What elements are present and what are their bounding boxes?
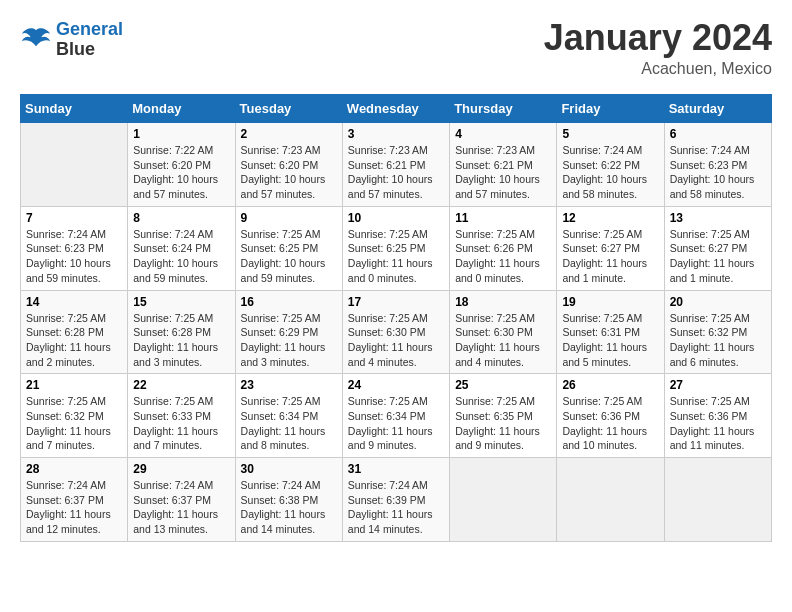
day-cell: 17Sunrise: 7:25 AM Sunset: 6:30 PM Dayli… [342,290,449,374]
week-row-3: 14Sunrise: 7:25 AM Sunset: 6:28 PM Dayli… [21,290,772,374]
header-cell-thursday: Thursday [450,95,557,123]
day-detail: Sunrise: 7:25 AM Sunset: 6:34 PM Dayligh… [241,394,337,453]
day-detail: Sunrise: 7:24 AM Sunset: 6:22 PM Dayligh… [562,143,658,202]
day-cell: 8Sunrise: 7:24 AM Sunset: 6:24 PM Daylig… [128,206,235,290]
logo: GeneralBlue [20,20,123,60]
day-detail: Sunrise: 7:23 AM Sunset: 6:21 PM Dayligh… [348,143,444,202]
day-number: 27 [670,378,766,392]
day-cell: 31Sunrise: 7:24 AM Sunset: 6:39 PM Dayli… [342,458,449,542]
day-cell [21,123,128,207]
month-title: January 2024 [544,20,772,56]
day-number: 8 [133,211,229,225]
day-detail: Sunrise: 7:24 AM Sunset: 6:23 PM Dayligh… [670,143,766,202]
day-number: 10 [348,211,444,225]
day-cell: 23Sunrise: 7:25 AM Sunset: 6:34 PM Dayli… [235,374,342,458]
day-cell: 9Sunrise: 7:25 AM Sunset: 6:25 PM Daylig… [235,206,342,290]
day-cell: 1Sunrise: 7:22 AM Sunset: 6:20 PM Daylig… [128,123,235,207]
header-cell-saturday: Saturday [664,95,771,123]
day-number: 11 [455,211,551,225]
day-detail: Sunrise: 7:23 AM Sunset: 6:20 PM Dayligh… [241,143,337,202]
title-area: January 2024 Acachuen, Mexico [544,20,772,78]
page-header: GeneralBlue January 2024 Acachuen, Mexic… [20,20,772,78]
day-cell: 29Sunrise: 7:24 AM Sunset: 6:37 PM Dayli… [128,458,235,542]
day-number: 16 [241,295,337,309]
day-cell [557,458,664,542]
day-number: 25 [455,378,551,392]
day-cell [450,458,557,542]
day-cell: 16Sunrise: 7:25 AM Sunset: 6:29 PM Dayli… [235,290,342,374]
day-detail: Sunrise: 7:24 AM Sunset: 6:37 PM Dayligh… [26,478,122,537]
day-cell: 12Sunrise: 7:25 AM Sunset: 6:27 PM Dayli… [557,206,664,290]
day-number: 13 [670,211,766,225]
day-number: 23 [241,378,337,392]
day-number: 12 [562,211,658,225]
day-detail: Sunrise: 7:25 AM Sunset: 6:27 PM Dayligh… [670,227,766,286]
header-cell-sunday: Sunday [21,95,128,123]
day-cell: 28Sunrise: 7:24 AM Sunset: 6:37 PM Dayli… [21,458,128,542]
day-cell: 24Sunrise: 7:25 AM Sunset: 6:34 PM Dayli… [342,374,449,458]
day-detail: Sunrise: 7:24 AM Sunset: 6:37 PM Dayligh… [133,478,229,537]
day-number: 7 [26,211,122,225]
week-row-2: 7Sunrise: 7:24 AM Sunset: 6:23 PM Daylig… [21,206,772,290]
header-cell-monday: Monday [128,95,235,123]
day-cell: 21Sunrise: 7:25 AM Sunset: 6:32 PM Dayli… [21,374,128,458]
day-number: 6 [670,127,766,141]
day-detail: Sunrise: 7:24 AM Sunset: 6:38 PM Dayligh… [241,478,337,537]
day-number: 31 [348,462,444,476]
day-number: 5 [562,127,658,141]
day-detail: Sunrise: 7:25 AM Sunset: 6:36 PM Dayligh… [562,394,658,453]
day-number: 22 [133,378,229,392]
day-cell: 10Sunrise: 7:25 AM Sunset: 6:25 PM Dayli… [342,206,449,290]
day-detail: Sunrise: 7:25 AM Sunset: 6:27 PM Dayligh… [562,227,658,286]
week-row-4: 21Sunrise: 7:25 AM Sunset: 6:32 PM Dayli… [21,374,772,458]
day-cell: 11Sunrise: 7:25 AM Sunset: 6:26 PM Dayli… [450,206,557,290]
day-cell: 15Sunrise: 7:25 AM Sunset: 6:28 PM Dayli… [128,290,235,374]
day-cell: 30Sunrise: 7:24 AM Sunset: 6:38 PM Dayli… [235,458,342,542]
day-number: 9 [241,211,337,225]
day-cell: 3Sunrise: 7:23 AM Sunset: 6:21 PM Daylig… [342,123,449,207]
calendar-table: SundayMondayTuesdayWednesdayThursdayFrid… [20,94,772,542]
day-cell: 27Sunrise: 7:25 AM Sunset: 6:36 PM Dayli… [664,374,771,458]
day-detail: Sunrise: 7:25 AM Sunset: 6:30 PM Dayligh… [455,311,551,370]
day-cell: 25Sunrise: 7:25 AM Sunset: 6:35 PM Dayli… [450,374,557,458]
day-detail: Sunrise: 7:22 AM Sunset: 6:20 PM Dayligh… [133,143,229,202]
location: Acachuen, Mexico [544,60,772,78]
day-number: 26 [562,378,658,392]
day-number: 29 [133,462,229,476]
day-number: 14 [26,295,122,309]
day-detail: Sunrise: 7:25 AM Sunset: 6:25 PM Dayligh… [241,227,337,286]
day-cell: 18Sunrise: 7:25 AM Sunset: 6:30 PM Dayli… [450,290,557,374]
logo-icon [20,26,52,54]
logo-text: GeneralBlue [56,20,123,60]
day-cell: 13Sunrise: 7:25 AM Sunset: 6:27 PM Dayli… [664,206,771,290]
week-row-5: 28Sunrise: 7:24 AM Sunset: 6:37 PM Dayli… [21,458,772,542]
day-cell: 2Sunrise: 7:23 AM Sunset: 6:20 PM Daylig… [235,123,342,207]
day-number: 21 [26,378,122,392]
day-detail: Sunrise: 7:24 AM Sunset: 6:23 PM Dayligh… [26,227,122,286]
header-cell-wednesday: Wednesday [342,95,449,123]
day-cell: 19Sunrise: 7:25 AM Sunset: 6:31 PM Dayli… [557,290,664,374]
day-cell: 20Sunrise: 7:25 AM Sunset: 6:32 PM Dayli… [664,290,771,374]
day-detail: Sunrise: 7:25 AM Sunset: 6:34 PM Dayligh… [348,394,444,453]
day-cell: 4Sunrise: 7:23 AM Sunset: 6:21 PM Daylig… [450,123,557,207]
header-row: SundayMondayTuesdayWednesdayThursdayFrid… [21,95,772,123]
day-detail: Sunrise: 7:25 AM Sunset: 6:32 PM Dayligh… [26,394,122,453]
day-detail: Sunrise: 7:23 AM Sunset: 6:21 PM Dayligh… [455,143,551,202]
day-cell: 26Sunrise: 7:25 AM Sunset: 6:36 PM Dayli… [557,374,664,458]
day-cell [664,458,771,542]
day-detail: Sunrise: 7:25 AM Sunset: 6:36 PM Dayligh… [670,394,766,453]
day-cell: 5Sunrise: 7:24 AM Sunset: 6:22 PM Daylig… [557,123,664,207]
header-cell-friday: Friday [557,95,664,123]
day-number: 2 [241,127,337,141]
day-detail: Sunrise: 7:25 AM Sunset: 6:32 PM Dayligh… [670,311,766,370]
day-cell: 6Sunrise: 7:24 AM Sunset: 6:23 PM Daylig… [664,123,771,207]
day-number: 1 [133,127,229,141]
day-cell: 7Sunrise: 7:24 AM Sunset: 6:23 PM Daylig… [21,206,128,290]
day-detail: Sunrise: 7:25 AM Sunset: 6:29 PM Dayligh… [241,311,337,370]
day-number: 20 [670,295,766,309]
day-number: 28 [26,462,122,476]
day-detail: Sunrise: 7:25 AM Sunset: 6:28 PM Dayligh… [26,311,122,370]
day-detail: Sunrise: 7:25 AM Sunset: 6:25 PM Dayligh… [348,227,444,286]
day-detail: Sunrise: 7:25 AM Sunset: 6:31 PM Dayligh… [562,311,658,370]
day-number: 24 [348,378,444,392]
